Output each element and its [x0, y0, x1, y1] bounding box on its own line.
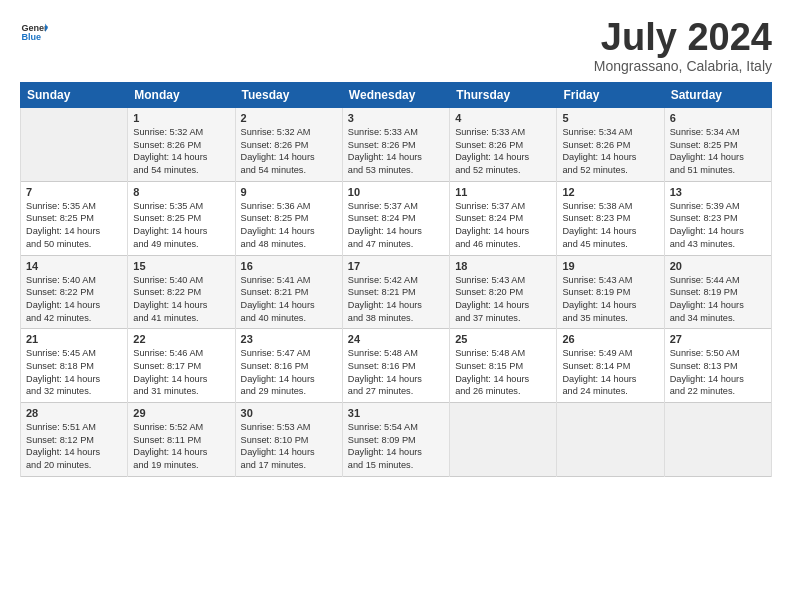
- day-number: 9: [241, 186, 337, 198]
- day-number: 12: [562, 186, 658, 198]
- day-info: Sunrise: 5:33 AM Sunset: 8:26 PM Dayligh…: [455, 126, 551, 177]
- day-info: Sunrise: 5:43 AM Sunset: 8:19 PM Dayligh…: [562, 274, 658, 325]
- calendar-cell: [21, 108, 128, 182]
- day-info: Sunrise: 5:43 AM Sunset: 8:20 PM Dayligh…: [455, 274, 551, 325]
- header: General Blue July 2024 Mongrassano, Cala…: [20, 18, 772, 74]
- col-tuesday: Tuesday: [235, 83, 342, 108]
- svg-text:Blue: Blue: [21, 32, 41, 42]
- day-number: 21: [26, 333, 122, 345]
- day-number: 18: [455, 260, 551, 272]
- day-number: 4: [455, 112, 551, 124]
- day-info: Sunrise: 5:52 AM Sunset: 8:11 PM Dayligh…: [133, 421, 229, 472]
- day-info: Sunrise: 5:40 AM Sunset: 8:22 PM Dayligh…: [133, 274, 229, 325]
- day-number: 28: [26, 407, 122, 419]
- calendar-cell: 14Sunrise: 5:40 AM Sunset: 8:22 PM Dayli…: [21, 255, 128, 329]
- calendar-cell: 22Sunrise: 5:46 AM Sunset: 8:17 PM Dayli…: [128, 329, 235, 403]
- day-info: Sunrise: 5:36 AM Sunset: 8:25 PM Dayligh…: [241, 200, 337, 251]
- day-number: 2: [241, 112, 337, 124]
- day-number: 27: [670, 333, 766, 345]
- week-row-2: 7Sunrise: 5:35 AM Sunset: 8:25 PM Daylig…: [21, 181, 772, 255]
- day-number: 13: [670, 186, 766, 198]
- day-number: 8: [133, 186, 229, 198]
- calendar-cell: 16Sunrise: 5:41 AM Sunset: 8:21 PM Dayli…: [235, 255, 342, 329]
- day-info: Sunrise: 5:53 AM Sunset: 8:10 PM Dayligh…: [241, 421, 337, 472]
- calendar-cell: 2Sunrise: 5:32 AM Sunset: 8:26 PM Daylig…: [235, 108, 342, 182]
- day-number: 1: [133, 112, 229, 124]
- calendar-cell: 10Sunrise: 5:37 AM Sunset: 8:24 PM Dayli…: [342, 181, 449, 255]
- calendar-cell: 5Sunrise: 5:34 AM Sunset: 8:26 PM Daylig…: [557, 108, 664, 182]
- day-number: 30: [241, 407, 337, 419]
- day-number: 22: [133, 333, 229, 345]
- day-info: Sunrise: 5:41 AM Sunset: 8:21 PM Dayligh…: [241, 274, 337, 325]
- calendar-table: Sunday Monday Tuesday Wednesday Thursday…: [20, 82, 772, 477]
- col-thursday: Thursday: [450, 83, 557, 108]
- day-number: 10: [348, 186, 444, 198]
- col-saturday: Saturday: [664, 83, 771, 108]
- col-wednesday: Wednesday: [342, 83, 449, 108]
- calendar-cell: 23Sunrise: 5:47 AM Sunset: 8:16 PM Dayli…: [235, 329, 342, 403]
- day-number: 5: [562, 112, 658, 124]
- col-friday: Friday: [557, 83, 664, 108]
- day-info: Sunrise: 5:46 AM Sunset: 8:17 PM Dayligh…: [133, 347, 229, 398]
- calendar-cell: 4Sunrise: 5:33 AM Sunset: 8:26 PM Daylig…: [450, 108, 557, 182]
- calendar-cell: 13Sunrise: 5:39 AM Sunset: 8:23 PM Dayli…: [664, 181, 771, 255]
- calendar-cell: 1Sunrise: 5:32 AM Sunset: 8:26 PM Daylig…: [128, 108, 235, 182]
- calendar-cell: 15Sunrise: 5:40 AM Sunset: 8:22 PM Dayli…: [128, 255, 235, 329]
- calendar-cell: 29Sunrise: 5:52 AM Sunset: 8:11 PM Dayli…: [128, 403, 235, 477]
- calendar-cell: 21Sunrise: 5:45 AM Sunset: 8:18 PM Dayli…: [21, 329, 128, 403]
- day-number: 17: [348, 260, 444, 272]
- day-number: 11: [455, 186, 551, 198]
- day-number: 14: [26, 260, 122, 272]
- calendar-cell: 19Sunrise: 5:43 AM Sunset: 8:19 PM Dayli…: [557, 255, 664, 329]
- day-number: 19: [562, 260, 658, 272]
- col-monday: Monday: [128, 83, 235, 108]
- calendar-cell: 31Sunrise: 5:54 AM Sunset: 8:09 PM Dayli…: [342, 403, 449, 477]
- calendar-cell: 18Sunrise: 5:43 AM Sunset: 8:20 PM Dayli…: [450, 255, 557, 329]
- day-number: 25: [455, 333, 551, 345]
- day-info: Sunrise: 5:47 AM Sunset: 8:16 PM Dayligh…: [241, 347, 337, 398]
- calendar-cell: 7Sunrise: 5:35 AM Sunset: 8:25 PM Daylig…: [21, 181, 128, 255]
- calendar-cell: [664, 403, 771, 477]
- day-info: Sunrise: 5:34 AM Sunset: 8:26 PM Dayligh…: [562, 126, 658, 177]
- day-info: Sunrise: 5:48 AM Sunset: 8:16 PM Dayligh…: [348, 347, 444, 398]
- calendar-cell: [450, 403, 557, 477]
- day-info: Sunrise: 5:35 AM Sunset: 8:25 PM Dayligh…: [26, 200, 122, 251]
- day-info: Sunrise: 5:54 AM Sunset: 8:09 PM Dayligh…: [348, 421, 444, 472]
- calendar-cell: [557, 403, 664, 477]
- day-number: 6: [670, 112, 766, 124]
- day-info: Sunrise: 5:32 AM Sunset: 8:26 PM Dayligh…: [241, 126, 337, 177]
- calendar-cell: 17Sunrise: 5:42 AM Sunset: 8:21 PM Dayli…: [342, 255, 449, 329]
- title-block: July 2024 Mongrassano, Calabria, Italy: [594, 18, 772, 74]
- calendar-cell: 27Sunrise: 5:50 AM Sunset: 8:13 PM Dayli…: [664, 329, 771, 403]
- month-title: July 2024: [594, 18, 772, 56]
- calendar-cell: 12Sunrise: 5:38 AM Sunset: 8:23 PM Dayli…: [557, 181, 664, 255]
- location: Mongrassano, Calabria, Italy: [594, 58, 772, 74]
- day-number: 31: [348, 407, 444, 419]
- calendar-cell: 25Sunrise: 5:48 AM Sunset: 8:15 PM Dayli…: [450, 329, 557, 403]
- day-info: Sunrise: 5:37 AM Sunset: 8:24 PM Dayligh…: [455, 200, 551, 251]
- day-info: Sunrise: 5:51 AM Sunset: 8:12 PM Dayligh…: [26, 421, 122, 472]
- col-sunday: Sunday: [21, 83, 128, 108]
- day-info: Sunrise: 5:42 AM Sunset: 8:21 PM Dayligh…: [348, 274, 444, 325]
- day-info: Sunrise: 5:39 AM Sunset: 8:23 PM Dayligh…: [670, 200, 766, 251]
- week-row-1: 1Sunrise: 5:32 AM Sunset: 8:26 PM Daylig…: [21, 108, 772, 182]
- day-number: 23: [241, 333, 337, 345]
- day-number: 26: [562, 333, 658, 345]
- calendar-cell: 26Sunrise: 5:49 AM Sunset: 8:14 PM Dayli…: [557, 329, 664, 403]
- day-info: Sunrise: 5:40 AM Sunset: 8:22 PM Dayligh…: [26, 274, 122, 325]
- day-info: Sunrise: 5:32 AM Sunset: 8:26 PM Dayligh…: [133, 126, 229, 177]
- calendar-cell: 20Sunrise: 5:44 AM Sunset: 8:19 PM Dayli…: [664, 255, 771, 329]
- week-row-3: 14Sunrise: 5:40 AM Sunset: 8:22 PM Dayli…: [21, 255, 772, 329]
- day-info: Sunrise: 5:44 AM Sunset: 8:19 PM Dayligh…: [670, 274, 766, 325]
- page: General Blue July 2024 Mongrassano, Cala…: [0, 0, 792, 612]
- calendar-cell: 8Sunrise: 5:35 AM Sunset: 8:25 PM Daylig…: [128, 181, 235, 255]
- day-info: Sunrise: 5:35 AM Sunset: 8:25 PM Dayligh…: [133, 200, 229, 251]
- day-info: Sunrise: 5:49 AM Sunset: 8:14 PM Dayligh…: [562, 347, 658, 398]
- day-info: Sunrise: 5:33 AM Sunset: 8:26 PM Dayligh…: [348, 126, 444, 177]
- calendar-cell: 3Sunrise: 5:33 AM Sunset: 8:26 PM Daylig…: [342, 108, 449, 182]
- calendar-cell: 24Sunrise: 5:48 AM Sunset: 8:16 PM Dayli…: [342, 329, 449, 403]
- day-number: 16: [241, 260, 337, 272]
- header-row: Sunday Monday Tuesday Wednesday Thursday…: [21, 83, 772, 108]
- day-number: 3: [348, 112, 444, 124]
- calendar-cell: 9Sunrise: 5:36 AM Sunset: 8:25 PM Daylig…: [235, 181, 342, 255]
